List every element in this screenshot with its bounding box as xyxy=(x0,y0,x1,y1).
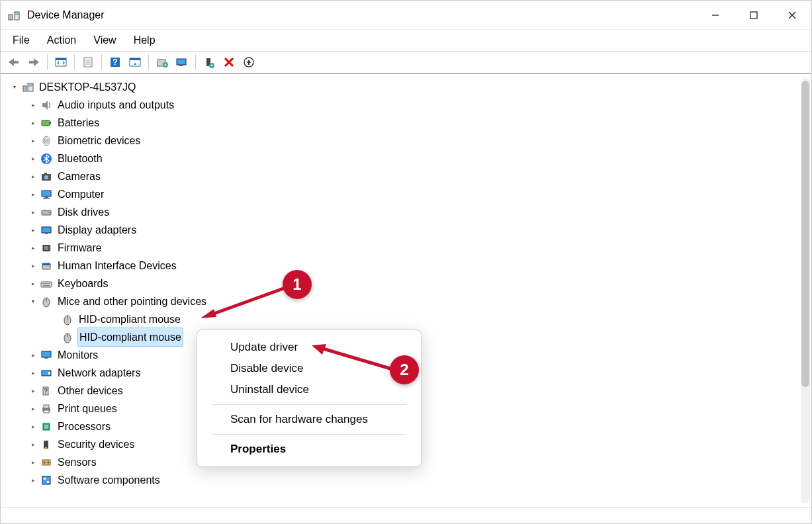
chevron-right-icon[interactable] xyxy=(27,203,39,221)
chevron-right-icon[interactable] xyxy=(27,96,39,114)
svg-rect-8 xyxy=(13,61,19,64)
annotation-badge-2: 2 xyxy=(390,355,419,384)
monitor-icon xyxy=(39,348,54,363)
category-label: Disk drives xyxy=(56,203,111,221)
cm-uninstall-device[interactable]: Uninstall device xyxy=(197,379,421,400)
chevron-right-icon[interactable] xyxy=(27,114,39,132)
category-label: Sensors xyxy=(56,453,98,471)
maximize-button[interactable] xyxy=(735,1,773,29)
chevron-right-icon[interactable] xyxy=(27,346,39,364)
statusbar xyxy=(1,507,811,523)
category-label: Print queues xyxy=(56,400,118,417)
device-mouse-1[interactable]: HID-compliant mouse xyxy=(5,310,811,328)
properties-button[interactable] xyxy=(79,54,97,71)
svg-rect-90 xyxy=(45,447,47,449)
category-mice[interactable]: Mice and other pointing devices xyxy=(5,292,811,310)
chevron-down-icon[interactable] xyxy=(27,292,39,310)
menu-action[interactable]: Action xyxy=(39,32,84,49)
svg-marker-7 xyxy=(9,58,14,66)
chevron-right-icon[interactable] xyxy=(27,275,39,292)
chevron-right-icon[interactable] xyxy=(27,471,39,489)
chevron-right-icon[interactable] xyxy=(27,221,39,239)
svg-marker-23 xyxy=(134,62,136,65)
category-computer[interactable]: Computer xyxy=(5,185,811,203)
minimize-button[interactable] xyxy=(696,1,735,29)
cm-update-driver[interactable]: Update driver xyxy=(197,337,421,358)
svg-rect-50 xyxy=(44,196,48,198)
fingerprint-icon xyxy=(39,134,54,148)
svg-rect-48 xyxy=(44,173,47,175)
category-batteries[interactable]: Batteries xyxy=(5,114,811,132)
chevron-right-icon[interactable] xyxy=(27,257,39,275)
mouse-icon xyxy=(39,294,54,309)
disable-device-button[interactable] xyxy=(220,54,238,71)
svg-rect-95 xyxy=(44,478,46,480)
chevron-right-icon[interactable] xyxy=(27,167,39,185)
back-button[interactable] xyxy=(5,54,23,71)
category-label: Network adapters xyxy=(56,364,142,382)
svg-rect-22 xyxy=(130,58,140,60)
scroll-thumb[interactable] xyxy=(801,81,809,387)
window-title: Device Manager xyxy=(27,9,105,21)
help-button[interactable]: ? xyxy=(106,54,124,71)
update-driver-button[interactable] xyxy=(153,54,171,71)
action-center-button[interactable] xyxy=(126,54,144,71)
svg-rect-27 xyxy=(177,59,186,65)
content-area: DESKTOP-4L537JQ Audio inputs and outputs… xyxy=(1,73,811,507)
category-bluetooth[interactable]: Bluetooth xyxy=(5,150,811,167)
cm-disable-device[interactable]: Disable device xyxy=(197,358,421,379)
category-audio[interactable]: Audio inputs and outputs xyxy=(5,96,811,114)
chevron-right-icon[interactable] xyxy=(27,435,39,453)
svg-rect-12 xyxy=(56,58,66,60)
cm-scan-hardware[interactable]: Scan for hardware changes xyxy=(197,409,421,430)
menu-file[interactable]: File xyxy=(5,32,38,49)
chevron-right-icon[interactable] xyxy=(27,400,39,417)
battery-icon xyxy=(39,116,54,130)
svg-rect-41 xyxy=(50,122,51,124)
chevron-right-icon[interactable] xyxy=(27,364,39,382)
category-display-adapters[interactable]: Display adapters xyxy=(5,221,811,239)
svg-marker-9 xyxy=(34,58,39,66)
category-biometric[interactable]: Biometric devices xyxy=(5,132,811,150)
device-label: HID-compliant mouse xyxy=(77,310,182,328)
forward-button[interactable] xyxy=(24,54,43,71)
hid-icon xyxy=(39,259,54,273)
svg-rect-36 xyxy=(23,86,26,91)
category-software-components[interactable]: Software components xyxy=(5,471,811,489)
chevron-right-icon[interactable] xyxy=(27,150,39,167)
close-button[interactable] xyxy=(773,1,811,29)
svg-rect-67 xyxy=(42,283,44,284)
tree-root[interactable]: DESKTOP-4L537JQ xyxy=(5,78,811,96)
svg-rect-55 xyxy=(45,233,48,234)
vertical-scrollbar[interactable] xyxy=(801,78,810,503)
category-disk-drives[interactable]: Disk drives xyxy=(5,203,811,221)
category-hid[interactable]: Human Interface Devices xyxy=(5,257,811,275)
chevron-down-icon[interactable] xyxy=(9,78,21,96)
category-cameras[interactable]: Cameras xyxy=(5,167,811,185)
show-hide-tree-button[interactable] xyxy=(52,54,70,71)
chevron-right-icon[interactable] xyxy=(27,132,39,150)
menu-help[interactable]: Help xyxy=(126,32,163,49)
svg-rect-71 xyxy=(43,285,50,286)
disk-icon xyxy=(39,205,54,220)
chevron-right-icon[interactable] xyxy=(27,417,39,435)
chevron-right-icon[interactable] xyxy=(27,453,39,471)
category-firmware[interactable]: Firmware xyxy=(5,239,811,257)
uninstall-device-button[interactable] xyxy=(240,54,258,71)
cm-properties[interactable]: Properties xyxy=(197,439,421,460)
category-label: Monitors xyxy=(56,346,99,364)
chevron-right-icon[interactable] xyxy=(27,382,39,400)
svg-rect-57 xyxy=(44,246,48,250)
chevron-right-icon[interactable] xyxy=(27,185,39,203)
svg-rect-65 xyxy=(42,263,50,265)
category-label: Processors xyxy=(56,417,112,435)
category-label: Bluetooth xyxy=(56,150,104,167)
keyboard-icon xyxy=(39,277,54,291)
chevron-right-icon[interactable] xyxy=(27,239,39,257)
menu-view[interactable]: View xyxy=(85,32,124,49)
category-label: Biometric devices xyxy=(56,132,142,150)
enable-device-button[interactable] xyxy=(200,54,218,71)
category-keyboards[interactable]: Keyboards xyxy=(5,275,811,292)
bluetooth-icon xyxy=(39,152,54,166)
scan-hardware-button[interactable] xyxy=(173,54,191,71)
